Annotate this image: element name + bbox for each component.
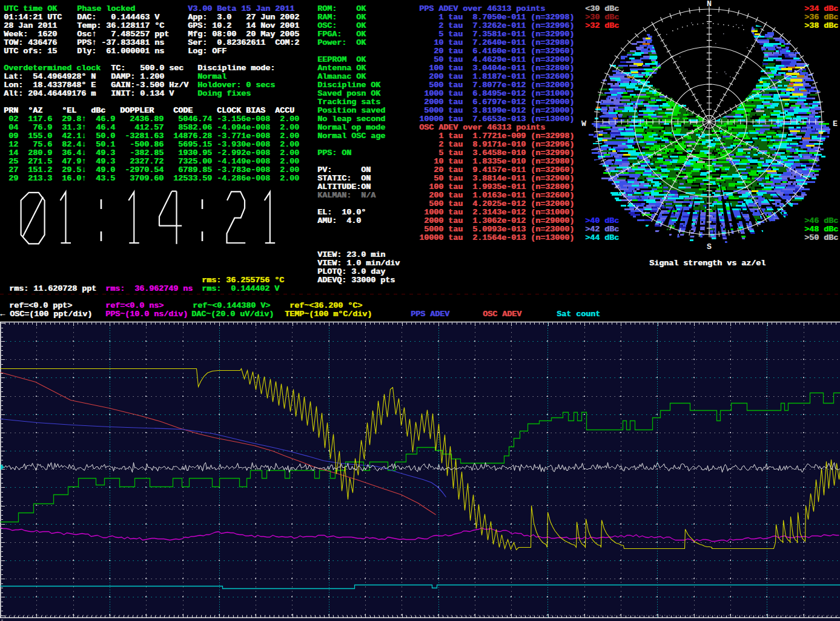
svg-text:S: S <box>707 242 712 251</box>
svg-text:W: W <box>581 119 586 128</box>
svg-text:N: N <box>707 0 712 8</box>
svg-text:E: E <box>833 119 838 128</box>
